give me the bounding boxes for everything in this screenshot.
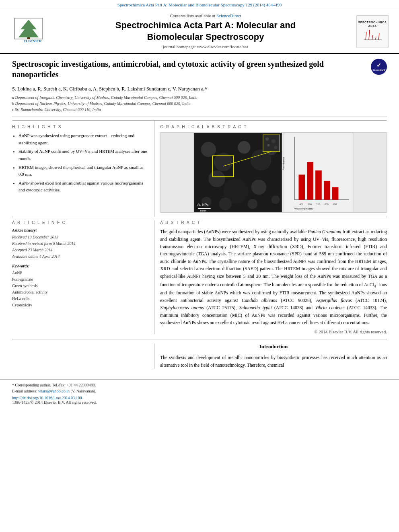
keyword-3: Green synthesis xyxy=(12,283,148,289)
graphical-abstract-label: G R A P H I C A L A B S T R A C T xyxy=(160,125,387,129)
svg-point-14 xyxy=(209,170,226,187)
lower-section: Introduction The synthesis and developme… xyxy=(12,339,387,369)
article-title-section: Spectroscopic investigations, antimicrob… xyxy=(12,59,387,82)
abstract-col: A B S T R A C T The gold nanoparticles (… xyxy=(154,220,387,334)
copyright-line: © 2014 Elsevier B.V. All rights reserved… xyxy=(160,329,387,334)
article-title: Spectroscopic investigations, antimicrob… xyxy=(12,59,367,80)
affiliation-b: b Department of Nuclear Physics, Univers… xyxy=(12,101,387,107)
svg-line-7 xyxy=(375,37,376,40)
svg-marker-1 xyxy=(19,20,39,37)
lower-left-col xyxy=(12,343,154,369)
svg-rect-38 xyxy=(324,181,330,200)
svg-point-29 xyxy=(267,144,269,146)
article-info-abstract-section: A R T I C L E I N F O Article history: R… xyxy=(12,220,387,334)
affiliations: a Department of Inorganic Chemistry, Uni… xyxy=(12,94,387,113)
svg-point-20 xyxy=(247,199,257,209)
authors-line: S. Lokina a, R. Suresh a, K. Giribabu a,… xyxy=(12,86,387,92)
section-divider-1 xyxy=(12,117,387,117)
spectra-icon xyxy=(362,28,384,42)
elsevier-tree-icon: ELSEVIER xyxy=(12,17,53,45)
graphical-abstract-section: G R A P H I C A L A B S T R A C T xyxy=(154,121,387,217)
svg-text:650: 650 xyxy=(333,203,337,205)
keyword-2: Pomegranate xyxy=(12,276,148,283)
svg-line-5 xyxy=(369,30,370,40)
keywords-label: Keywords: xyxy=(12,264,148,268)
svg-text:Wavelength (nm): Wavelength (nm) xyxy=(294,207,313,210)
keyword-4: Antimicrobial activity xyxy=(12,289,148,296)
svg-point-30 xyxy=(274,146,277,149)
page-footer: * Corresponding author. Tel./fax: +91 44… xyxy=(0,379,399,405)
svg-text:450: 450 xyxy=(300,203,304,205)
journal-homepage: journal homepage: www.elsevier.com/locat… xyxy=(63,44,348,49)
svg-text:Au NPs: Au NPs xyxy=(197,203,208,207)
svg-rect-37 xyxy=(315,170,322,200)
highlight-item-4: AuNP showed excellent antimicrobial agai… xyxy=(19,180,148,194)
article-history: Article history: Received 19 December 20… xyxy=(12,228,148,260)
keyword-1: AuNP xyxy=(12,270,148,276)
svg-text:550: 550 xyxy=(316,203,320,205)
journal-top-bar: Spectrochimica Acta Part A: Molecular an… xyxy=(0,0,399,9)
doi-link[interactable]: http://dx.doi.org/10.1016/j.saa.2014.03.… xyxy=(12,396,387,400)
svg-point-16 xyxy=(251,180,267,195)
received-date: Received 19 December 2013 xyxy=(12,234,148,240)
accepted-date: Accepted 23 March 2014 xyxy=(12,247,148,253)
svg-point-12 xyxy=(238,141,250,154)
svg-line-8 xyxy=(378,33,379,40)
author-email[interactable]: vnara@yahoo.co.in xyxy=(38,389,70,393)
svg-line-6 xyxy=(372,35,373,40)
graphical-abstract-image: 50nm Au NPs xyxy=(160,132,387,213)
svg-rect-26 xyxy=(263,135,280,152)
affiliation-c: c Sri Ramachandra University, Chennai 60… xyxy=(12,107,387,113)
article-info-col: A R T I C L E I N F O Article history: R… xyxy=(12,220,154,334)
svg-point-21 xyxy=(271,196,280,204)
highlights-graphical-section: H I G H L I G H T S AuNP was synthesized… xyxy=(12,120,387,217)
svg-rect-39 xyxy=(332,187,339,200)
journal-header: ELSEVIER Contents lists available at Sci… xyxy=(0,9,399,54)
svg-point-28 xyxy=(271,139,276,143)
introduction-text: The synthesis and development of metalli… xyxy=(160,354,387,369)
highlight-item-3: HRTEM images showed the spherical and tr… xyxy=(19,164,148,178)
contents-line: Contents lists available at ScienceDirec… xyxy=(63,13,348,18)
abstract-text: The gold nanoparticles (AuNPs) were synt… xyxy=(160,228,387,326)
highlights-list: AuNP was synthesized using pomegranate e… xyxy=(12,132,148,194)
highlight-item-1: AuNP was synthesized using pomegranate e… xyxy=(19,132,148,146)
highlight-item-2: Stability of AuNP confirmed by UV–Vis an… xyxy=(19,148,148,162)
highlights-section: H I G H L I G H T S AuNP was synthesized… xyxy=(12,121,154,217)
corresponding-author-note: * Corresponding author. Tel./fax: +91 44… xyxy=(12,382,387,394)
main-content: Spectroscopic investigations, antimicrob… xyxy=(0,54,399,374)
svg-point-10 xyxy=(201,142,216,157)
history-label: Article history: xyxy=(12,228,148,232)
introduction-section: Introduction The synthesis and developme… xyxy=(154,343,387,369)
svg-text:Absorbance: Absorbance xyxy=(282,157,285,170)
svg-text:600: 600 xyxy=(325,203,329,205)
svg-rect-35 xyxy=(299,175,305,200)
svg-rect-36 xyxy=(307,162,313,200)
svg-point-19 xyxy=(219,198,232,210)
svg-text:50nm: 50nm xyxy=(200,209,207,212)
received-revised-date: Received in revised form 6 March 2014 xyxy=(12,240,148,247)
keywords-block: Keywords: AuNP Pomegranate Green synthes… xyxy=(12,264,148,308)
svg-line-4 xyxy=(366,32,366,40)
journal-logo-box: SPECTROCHIMICAACTA xyxy=(356,15,389,47)
abstract-label: A B S T R A C T xyxy=(160,220,387,225)
journal-title: Spectrochimica Acta Part A: Molecular an… xyxy=(63,20,348,43)
introduction-heading: Introduction xyxy=(160,343,387,350)
keyword-5: HeLa cells xyxy=(12,296,148,302)
svg-point-27 xyxy=(265,138,269,141)
keyword-6: Cytotoxicity xyxy=(12,302,148,308)
article-info-label: A R T I C L E I N F O xyxy=(12,220,148,225)
highlights-label: H I G H L I G H T S xyxy=(12,125,148,129)
svg-text:500: 500 xyxy=(308,203,312,205)
journal-logo-section: SPECTROCHIMICAACTA xyxy=(352,13,393,49)
available-online-date: Available online 4 April 2014 xyxy=(12,253,148,260)
elsevier-text: ELSEVIER xyxy=(24,39,42,43)
issn-line: 1386-1425/© 2014 Elsevier B.V. All right… xyxy=(12,400,387,405)
affiliation-a: a Department of Inorganic Chemistry, Uni… xyxy=(12,94,387,101)
sciencedirect-link[interactable]: ScienceDirect xyxy=(216,13,241,18)
journal-title-section: Contents lists available at ScienceDirec… xyxy=(59,13,352,49)
tem-image-svg: 50nm Au NPs xyxy=(160,133,387,212)
crossmark-badge: ✓ CrossMark xyxy=(371,59,387,75)
elsevier-logo-section: ELSEVIER xyxy=(6,13,59,49)
